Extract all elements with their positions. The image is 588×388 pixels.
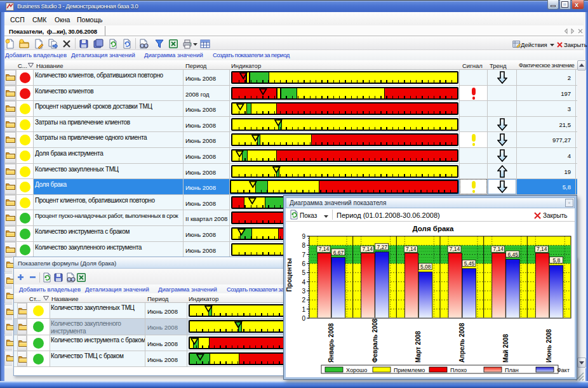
svg-text:6: 6 — [302, 260, 305, 267]
svg-text:Март 2008: Март 2008 — [415, 331, 422, 363]
svg-text:7,14: 7,14 — [537, 246, 547, 252]
svg-text:План: План — [505, 367, 519, 373]
svg-text:5,08: 5,08 — [420, 264, 431, 270]
svg-text:1: 1 — [302, 306, 305, 313]
svg-text:7,14: 7,14 — [362, 246, 373, 252]
svg-text:5: 5 — [302, 269, 305, 276]
svg-text:Хорошо: Хорошо — [346, 367, 367, 373]
svg-text:Приемлемо: Приемлемо — [394, 367, 425, 373]
svg-text:Февраль 2008: Февраль 2008 — [371, 318, 378, 363]
svg-text:6,45: 6,45 — [507, 251, 518, 258]
svg-text:0: 0 — [302, 315, 305, 322]
svg-text:Май 2008: Май 2008 — [502, 333, 509, 363]
svg-text:7,14: 7,14 — [406, 246, 417, 252]
svg-text:7,14: 7,14 — [450, 246, 460, 252]
svg-text:Июнь 2008: Июнь 2008 — [545, 329, 552, 363]
svg-text:5,8: 5,8 — [552, 257, 560, 264]
svg-text:6,67: 6,67 — [333, 250, 344, 256]
svg-text:9: 9 — [302, 233, 305, 240]
svg-text:5,45: 5,45 — [464, 260, 475, 267]
svg-text:Плохо: Плохо — [450, 367, 467, 373]
svg-text:Факт: Факт — [557, 367, 570, 373]
svg-text:3: 3 — [302, 288, 305, 295]
svg-text:Проценты: Проценты — [285, 258, 293, 291]
svg-text:7,14: 7,14 — [319, 246, 330, 252]
svg-text:8: 8 — [302, 242, 305, 249]
svg-text:7,27: 7,27 — [377, 244, 387, 250]
svg-text:Доля брака: Доля брака — [413, 225, 455, 232]
svg-text:Январь 2008: Январь 2008 — [328, 323, 335, 363]
svg-text:7: 7 — [302, 251, 305, 258]
svg-text:7,14: 7,14 — [493, 246, 504, 252]
svg-text:2: 2 — [302, 297, 305, 304]
svg-text:Апрель 2008: Апрель 2008 — [458, 323, 465, 363]
svg-text:4: 4 — [302, 279, 305, 286]
